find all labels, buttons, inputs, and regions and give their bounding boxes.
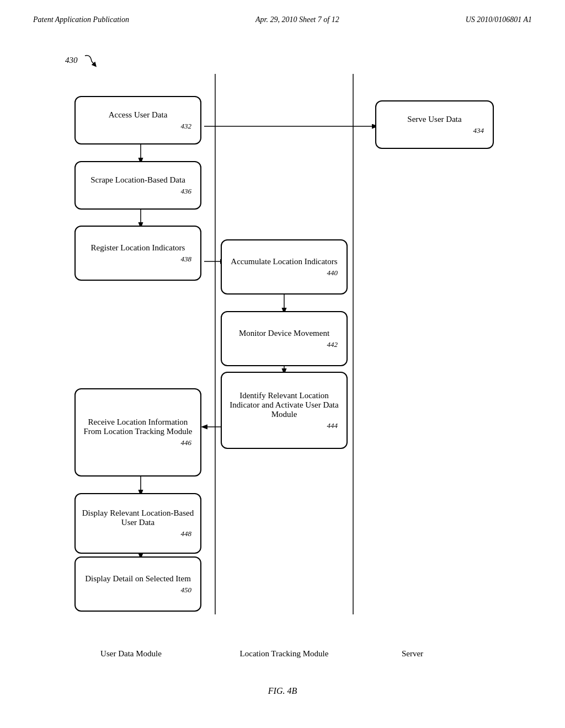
col2-label: Location Tracking Module	[215, 649, 353, 659]
box-450: Display Detail on Selected Item 450	[74, 556, 201, 612]
box-436: Scrape Location-Based Data 436	[74, 161, 201, 210]
header-center: Apr. 29, 2010 Sheet 7 of 12	[255, 15, 339, 24]
figure-caption: FIG. 4B	[0, 686, 565, 713]
ref-430: 430	[65, 53, 102, 69]
box-432: Access User Data 432	[74, 96, 201, 144]
header-left: Patent Application Publication	[33, 15, 129, 24]
col3-label: Server	[353, 649, 472, 659]
box-442: Monitor Device Movement 442	[221, 311, 348, 366]
box-446: Receive Location Information From Locati…	[74, 388, 201, 477]
header-right: US 2010/0106801 A1	[466, 15, 532, 24]
box-444: Identify Relevant Location Indicator and…	[221, 372, 348, 449]
box-438: Register Location Indicators 438	[74, 226, 201, 281]
box-434: Serve User Data 434	[375, 100, 494, 149]
box-448: Display Relevant Location-Based User Dat…	[74, 493, 201, 554]
box-440: Accumulate Location Indicators 440	[221, 239, 348, 295]
col1-label: User Data Module	[50, 649, 212, 659]
diagram-area: 430	[33, 41, 532, 675]
page-header: Patent Application Publication Apr. 29, …	[0, 0, 565, 30]
